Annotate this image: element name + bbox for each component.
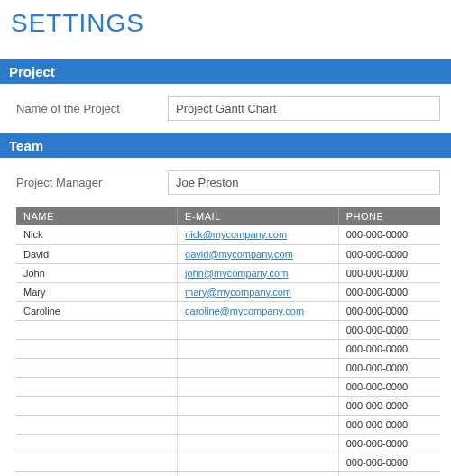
email-link[interactable]: mary@mycompany.com [185, 287, 291, 298]
cell-email[interactable] [178, 358, 339, 377]
table-row[interactable]: 000-000-0000 [16, 377, 440, 396]
cell-email[interactable] [178, 415, 339, 434]
cell-phone[interactable]: 000-000-0000 [338, 301, 440, 320]
cell-phone[interactable]: 000-000-0000 [338, 282, 440, 301]
cell-email[interactable] [178, 339, 339, 358]
cell-phone[interactable]: 000-000-0000 [338, 358, 440, 377]
cell-phone[interactable]: 000-000-0000 [338, 434, 440, 453]
cell-phone[interactable]: 000-000-0000 [338, 415, 440, 434]
section-header-project: Project [0, 60, 451, 84]
cell-email[interactable] [178, 434, 339, 453]
cell-name[interactable]: Caroline [16, 301, 178, 320]
table-row[interactable]: 000-000-0000 [16, 320, 440, 339]
cell-name[interactable] [16, 453, 178, 471]
cell-name[interactable] [16, 339, 178, 358]
table-row[interactable]: 000-000-0000 [16, 434, 440, 453]
cell-name[interactable] [16, 320, 178, 339]
cell-name[interactable] [16, 415, 178, 434]
table-row[interactable]: Carolinecaroline@mycompany.com000-000-00… [16, 301, 440, 320]
cell-email[interactable]: caroline@mycompany.com [178, 301, 339, 320]
cell-phone[interactable]: 000-000-0000 [338, 263, 440, 282]
table-row[interactable]: 000-000-0000 [16, 415, 440, 434]
cell-name[interactable] [16, 471, 178, 476]
table-row[interactable]: Nicknick@mycompany.com000-000-0000 [16, 225, 440, 244]
email-link[interactable]: john@mycompany.com [185, 268, 288, 279]
project-name-label: Name of the Project [16, 102, 161, 115]
project-name-row: Name of the Project [0, 84, 451, 133]
table-row[interactable]: 000-000-0000 [16, 339, 440, 358]
table-row[interactable]: Daviddavid@mycompany.com000-000-0000 [16, 244, 440, 263]
cell-email[interactable] [178, 471, 339, 476]
team-table-wrap: NAME E-MAIL PHONE Nicknick@mycompany.com… [0, 207, 451, 476]
table-row[interactable]: 000-000-0000 [16, 358, 440, 377]
cell-phone[interactable]: 000-000-0000 [338, 396, 440, 415]
project-manager-label: Project Manager [16, 176, 161, 189]
table-row[interactable]: Johnjohn@mycompany.com000-000-0000 [16, 263, 440, 282]
project-name-input[interactable] [168, 96, 440, 121]
cell-name[interactable]: Mary [16, 282, 178, 301]
cell-phone[interactable]: 000-000-0000 [338, 471, 440, 476]
table-row[interactable]: Marymary@mycompany.com000-000-0000 [16, 282, 440, 301]
cell-phone[interactable]: 000-000-0000 [338, 244, 440, 263]
cell-name[interactable] [16, 434, 178, 453]
cell-phone[interactable]: 000-000-0000 [338, 320, 440, 339]
email-link[interactable]: david@mycompany.com [185, 249, 293, 260]
cell-phone[interactable]: 000-000-0000 [338, 339, 440, 358]
cell-email[interactable] [178, 320, 339, 339]
cell-email[interactable]: david@mycompany.com [178, 244, 339, 263]
cell-name[interactable]: John [16, 263, 178, 282]
project-manager-row: Project Manager [0, 158, 451, 207]
email-link[interactable]: nick@mycompany.com [185, 229, 287, 240]
cell-name[interactable]: Nick [16, 225, 178, 244]
cell-email[interactable]: nick@mycompany.com [178, 225, 339, 244]
cell-email[interactable] [178, 453, 339, 471]
section-header-team: Team [0, 133, 451, 158]
col-header-email: E-MAIL [178, 207, 339, 225]
cell-email[interactable] [178, 396, 339, 415]
cell-phone[interactable]: 000-000-0000 [338, 225, 440, 244]
cell-name[interactable] [16, 396, 178, 415]
cell-name[interactable] [16, 358, 178, 377]
cell-name[interactable]: David [16, 244, 178, 263]
cell-email[interactable]: mary@mycompany.com [178, 282, 339, 301]
settings-page: SETTINGS Project Name of the Project Tea… [0, 0, 451, 476]
team-table-header-row: NAME E-MAIL PHONE [16, 207, 440, 225]
table-row[interactable]: 000-000-0000 [16, 453, 440, 471]
table-row[interactable]: 000-000-0000 [16, 471, 440, 476]
cell-email[interactable]: john@mycompany.com [178, 263, 339, 282]
col-header-name: NAME [16, 207, 178, 225]
team-table: NAME E-MAIL PHONE Nicknick@mycompany.com… [16, 207, 440, 476]
email-link[interactable]: caroline@mycompany.com [185, 306, 304, 316]
cell-email[interactable] [178, 377, 339, 396]
page-title: SETTINGS [0, 0, 451, 60]
cell-phone[interactable]: 000-000-0000 [338, 377, 440, 396]
cell-phone[interactable]: 000-000-0000 [338, 453, 440, 471]
cell-name[interactable] [16, 377, 178, 396]
table-row[interactable]: 000-000-0000 [16, 396, 440, 415]
col-header-phone: PHONE [338, 207, 440, 225]
project-manager-input[interactable] [168, 170, 440, 195]
